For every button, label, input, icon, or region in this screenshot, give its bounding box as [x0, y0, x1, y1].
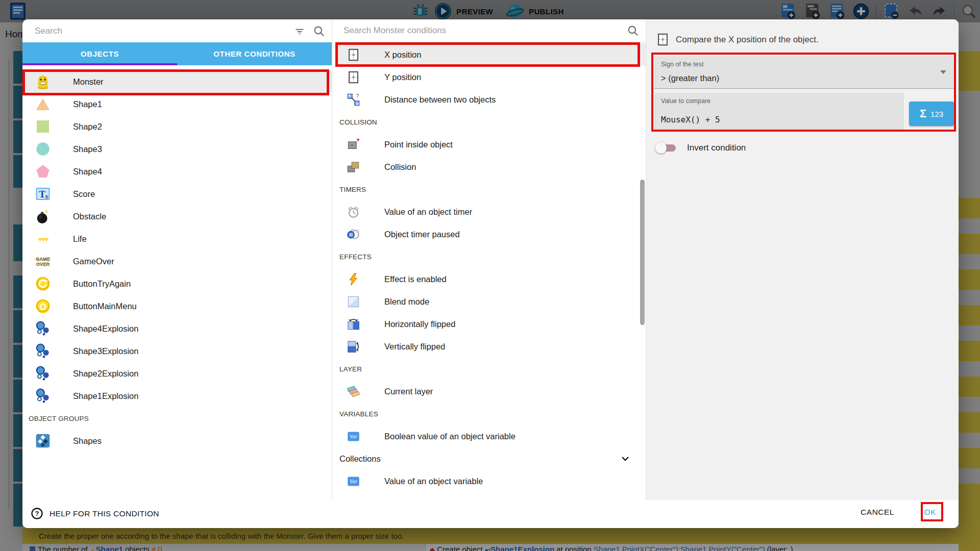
group-row-Shapes[interactable]: Shapes — [22, 430, 332, 452]
expression-editor-button[interactable]: Σ 123 — [909, 102, 954, 126]
object-label: Shape1Explosion — [73, 391, 138, 401]
svg-text:x: x — [45, 193, 48, 200]
objects-panel: OBJECTS OTHER CONDITIONS MonsterShape1Sh… — [22, 19, 332, 500]
section-header-layer: LAYER — [335, 358, 646, 380]
timer-icon — [347, 205, 360, 219]
svg-text:OVER: OVER — [36, 262, 50, 267]
tab-other-conditions[interactable]: OTHER CONDITIONS — [177, 42, 332, 65]
object-search-row — [22, 19, 332, 42]
layers-icon — [347, 385, 360, 398]
pentagon-icon — [35, 163, 51, 180]
objects-list: MonsterShape1Shape2Shape3Shape4TxScoreOb… — [22, 65, 332, 500]
object-row-Shape3Explosion[interactable]: Shape3Explosion — [22, 340, 332, 362]
condition-row-value-of-an-object-variable[interactable]: VarValue of an object variable — [335, 470, 646, 492]
object-row-Score[interactable]: TxScore — [22, 183, 332, 205]
particles-icon — [35, 343, 51, 359]
scrollbar-thumb[interactable] — [640, 180, 645, 325]
condition-label: Value of an object timer — [384, 207, 472, 217]
condition-row-collision[interactable]: Collision — [335, 156, 646, 178]
svg-text:♥♥♥: ♥♥♥ — [38, 235, 49, 243]
condition-label: Horizontally flipped — [384, 319, 455, 329]
object-label: Life — [73, 234, 87, 244]
object-row-Shape2[interactable]: Shape2 — [22, 115, 332, 138]
object-row-Life[interactable]: ♥♥♥Life — [22, 228, 332, 250]
value-to-compare-input[interactable]: Value to compare MouseX() + 5 — [654, 93, 904, 131]
object-row-Monster[interactable]: Monster — [22, 70, 332, 93]
condition-label: Y position — [384, 72, 421, 82]
svg-text:Var: Var — [350, 433, 358, 439]
shapes-group-icon — [35, 433, 51, 449]
object-label: GameOver — [73, 257, 114, 266]
condition-search-input[interactable] — [335, 26, 626, 36]
condition-row-horizontally-flipped[interactable]: Horizontally flipped — [335, 313, 646, 335]
object-row-Shape2Explosion[interactable]: Shape2Explosion — [22, 362, 332, 385]
object-label: Monster — [73, 77, 104, 87]
invert-condition-row: Invert condition — [656, 141, 746, 155]
expander-collections[interactable]: Collections — [335, 447, 646, 470]
object-row-Shape1[interactable]: Shape1 — [22, 93, 332, 115]
chevron-down-icon — [940, 70, 946, 74]
object-search-input[interactable] — [22, 26, 293, 36]
filter-icon[interactable] — [293, 24, 306, 38]
help-button[interactable]: ? HELP FOR THIS CONDITION — [31, 507, 159, 520]
object-label: Shapes — [73, 436, 102, 446]
triangle-icon — [35, 96, 51, 112]
object-row-Obstacle[interactable]: Obstacle — [22, 205, 332, 228]
condition-label: Boolean value of an object variable — [384, 432, 516, 441]
object-row-GameOver[interactable]: GAMEOVERGameOver — [22, 250, 332, 272]
section-header-effects: EFFECTS — [335, 245, 646, 268]
value-to-compare-label: Value to compare — [661, 97, 710, 105]
object-row-Shape3[interactable]: Shape3 — [22, 138, 332, 160]
sign-of-test-value: > (greater than) — [661, 73, 719, 83]
variable-icon: Var — [347, 430, 360, 443]
object-row-Shape1Explosion[interactable]: Shape1Explosion — [22, 385, 332, 407]
condition-search-row — [335, 19, 646, 42]
object-label: Score — [73, 189, 95, 199]
search-icon — [626, 24, 640, 37]
condition-row-current-layer[interactable]: Current layer — [335, 380, 646, 403]
variable-icon: Var — [347, 474, 360, 488]
condition-parameters-panel: Compare the X position of the object. Si… — [646, 19, 959, 500]
object-label: Obstacle — [73, 212, 106, 221]
condition-row-object-timer-paused[interactable]: Object timer paused — [335, 223, 646, 245]
condition-row-y-position[interactable]: Y position — [335, 66, 646, 88]
object-row-Shape4Explosion[interactable]: Shape4Explosion — [22, 317, 332, 340]
object-label: ButtonTryAgain — [73, 279, 131, 289]
dialog-footer: ? HELP FOR THIS CONDITION CANCEL OK — [22, 500, 959, 528]
svg-text:?: ? — [35, 510, 39, 517]
condition-row-point-inside-object[interactable]: Point inside object — [335, 133, 646, 156]
object-label: Shape2Explosion — [73, 369, 138, 379]
distance-icon: ? — [347, 93, 360, 107]
condition-row-value-of-an-object-timer[interactable]: Value of an object timer — [335, 201, 646, 223]
condition-row-blend-mode[interactable]: Blend mode — [335, 290, 646, 313]
condition-row-distance-between-two-objects[interactable]: ?Distance between two objects — [335, 88, 646, 111]
conditions-list: X positionY position?Distance between tw… — [335, 42, 646, 500]
object-label: Shape2 — [73, 122, 102, 132]
position-icon — [347, 70, 360, 84]
cancel-button[interactable]: CANCEL — [861, 508, 894, 517]
invert-condition-toggle[interactable] — [656, 144, 676, 152]
help-icon: ? — [31, 507, 43, 520]
object-label: ButtonMainMenu — [73, 302, 137, 311]
condition-editor-dialog: OBJECTS OTHER CONDITIONS MonsterShape1Sh… — [22, 19, 959, 528]
tab-objects[interactable]: OBJECTS — [22, 42, 177, 65]
condition-label: X position — [384, 50, 421, 60]
chevron-down-icon — [619, 453, 631, 465]
condition-row-effect-is-enabled[interactable]: Effect is enabled — [335, 268, 646, 290]
condition-row-boolean-value-of-an-object-variable[interactable]: VarBoolean value of an object variable — [335, 425, 646, 447]
object-row-Shape4[interactable]: Shape4 — [22, 160, 332, 183]
ok-button[interactable]: OK — [924, 508, 936, 517]
sign-of-test-select[interactable]: Sign of the test > (greater than) — [654, 56, 954, 89]
scrollbar[interactable] — [640, 42, 645, 500]
home-button-icon — [35, 298, 51, 314]
gameover-icon: GAMEOVER — [35, 253, 51, 269]
sign-of-test-label: Sign of the test — [661, 61, 703, 68]
condition-row-vertically-flipped[interactable]: Vertically flipped — [335, 335, 646, 358]
condition-label: Effect is enabled — [384, 274, 447, 284]
conditions-panel: X positionY position?Distance between tw… — [335, 19, 646, 500]
object-row-ButtonMainMenu[interactable]: ButtonMainMenu — [22, 295, 332, 317]
restart-button-icon — [35, 276, 51, 292]
condition-row-x-position[interactable]: X position — [335, 43, 646, 66]
object-row-ButtonTryAgain[interactable]: ButtonTryAgain — [22, 272, 332, 295]
particles-icon — [35, 320, 51, 337]
